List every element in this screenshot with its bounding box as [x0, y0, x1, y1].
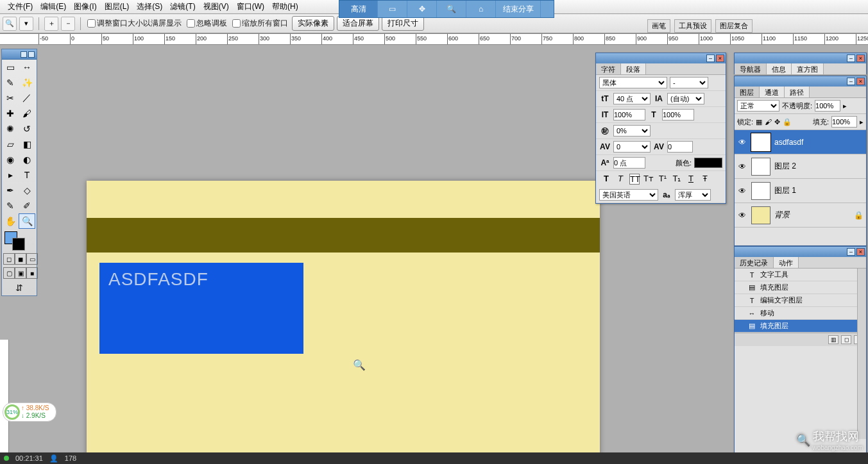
chevron-down-icon[interactable]: ▾ [19, 17, 33, 31]
layer-comps-panel-tab[interactable]: 图层复合 [715, 19, 753, 33]
layer-row[interactable]: 👁 图层 2 [735, 154, 866, 179]
screen-mode-1-icon[interactable]: ▢ [3, 267, 15, 279]
standard-mode-icon[interactable]: ◻ [3, 253, 15, 265]
close-icon[interactable]: × [856, 248, 865, 256]
menu-window[interactable]: 窗口(W) [233, 0, 268, 13]
visibility-icon[interactable]: 👁 [737, 162, 747, 171]
tab-character[interactable]: 字符 [596, 63, 621, 74]
layer-row[interactable]: 👁 背景 🔒 [735, 203, 866, 228]
crop-tool[interactable]: ✂ [2, 90, 19, 106]
notes-tool[interactable]: ✎ [2, 198, 19, 213]
jump-to-imageready-icon[interactable]: ⇵ [2, 280, 37, 295]
hand-tool[interactable]: ✋ [2, 213, 19, 229]
new-doc-from-state-icon[interactable]: ▥ [828, 335, 838, 344]
allcaps-button[interactable]: TT [629, 174, 640, 185]
tracking-select[interactable]: 0 [613, 141, 651, 153]
strike-button[interactable]: Ŧ [700, 174, 710, 185]
share-home-icon[interactable]: ⌂ [466, 1, 496, 17]
layer-name[interactable]: asdfasdf [774, 138, 803, 147]
underline-button[interactable]: T [686, 174, 696, 185]
italic-button[interactable]: T [615, 174, 625, 185]
share-zoom-icon[interactable]: 🔍 [437, 1, 466, 17]
minimize-icon[interactable]: – [847, 54, 855, 62]
layer-name[interactable]: 图层 1 [774, 185, 796, 196]
wand-tool[interactable]: ✨ [19, 75, 35, 90]
history-item[interactable]: T文字工具 [735, 269, 866, 281]
new-snapshot-icon[interactable]: ◻ [841, 335, 851, 344]
minimize-icon[interactable]: – [847, 248, 855, 256]
quickmask-mode-icon[interactable]: ◼ [15, 253, 26, 265]
fill-input[interactable] [831, 116, 857, 128]
history-item[interactable]: ▤填充图层 [735, 320, 866, 333]
menu-view[interactable]: 视图(V) [200, 0, 233, 13]
ignore-palettes-checkbox[interactable]: 忽略调板 [185, 18, 228, 29]
blur-tool[interactable]: ◉ [2, 152, 19, 167]
move-tool[interactable]: ↔ [19, 60, 35, 75]
brush-panel-tab[interactable]: 画笔 [647, 19, 670, 33]
screen-mode-icon[interactable]: ▭ [26, 253, 38, 265]
opacity-input[interactable] [815, 100, 840, 112]
close-icon[interactable]: × [856, 78, 865, 85]
document-canvas[interactable]: ASDFASDF [87, 181, 600, 452]
screen-mode-3-icon[interactable]: ■ [26, 267, 38, 279]
close-icon[interactable]: × [716, 54, 724, 62]
visibility-icon[interactable]: 👁 [737, 211, 747, 220]
zoom-out-icon[interactable]: － [61, 17, 75, 31]
eraser-tool[interactable]: ▱ [2, 137, 19, 152]
zoom-tool[interactable]: 🔍 [19, 213, 35, 229]
path-tool[interactable]: ▸ [2, 167, 19, 183]
baseline-pct-select[interactable]: 0% [613, 125, 651, 137]
font-size-select[interactable]: 40 点 [613, 93, 651, 104]
vscale-input[interactable] [613, 109, 645, 120]
menu-layer[interactable]: 图层(L) [101, 0, 133, 13]
hscale-input[interactable] [662, 109, 694, 120]
share-target-icon[interactable]: ✥ [407, 1, 437, 17]
lock-move-icon[interactable]: ✥ [774, 118, 780, 126]
tool-preset-icon[interactable]: 🔍 [3, 17, 17, 31]
text-color-swatch[interactable] [694, 158, 722, 168]
print-size-button[interactable]: 打印尺寸 [382, 16, 424, 31]
history-item[interactable]: T编辑文字图层 [735, 294, 866, 307]
blend-mode-select[interactable]: 正常 [737, 100, 779, 112]
brush-tool[interactable]: 🖌 [19, 106, 35, 121]
lock-trans-icon[interactable]: ▦ [756, 118, 762, 126]
eyedropper-tool[interactable]: ✐ [19, 198, 35, 213]
menu-edit[interactable]: 编辑(E) [37, 0, 70, 13]
layers-titlebar[interactable]: – × [735, 76, 866, 87]
tab-actions[interactable]: 动作 [774, 257, 799, 268]
slice-tool[interactable]: ／ [19, 90, 35, 106]
type-tool[interactable]: T [19, 167, 35, 183]
font-style-select[interactable]: - [670, 77, 708, 88]
zoom-in-icon[interactable]: ＋ [44, 17, 58, 31]
language-select[interactable]: 美国英语 [599, 189, 658, 201]
history-item[interactable]: ↔移动 [735, 307, 866, 320]
marquee-tool[interactable]: ▭ [2, 60, 19, 75]
character-panel-titlebar[interactable]: – × [596, 53, 726, 63]
resize-window-checkbox[interactable]: 调整窗口大小以满屏显示 [86, 18, 183, 29]
history-item[interactable]: ▤填充图层 [735, 281, 866, 294]
share-hd-button[interactable]: 高清 [339, 1, 378, 17]
share-end-button[interactable]: 结束分享 [496, 1, 541, 17]
minimize-icon[interactable]: – [706, 54, 715, 62]
minimize-icon[interactable] [21, 51, 27, 58]
lasso-tool[interactable]: ✎ [2, 75, 19, 90]
fit-screen-button[interactable]: 适合屏幕 [337, 16, 379, 31]
stamp-tool[interactable]: ✺ [2, 121, 19, 137]
tab-history[interactable]: 历史记录 [735, 257, 774, 268]
tab-histogram[interactable]: 直方图 [792, 63, 824, 74]
menu-image[interactable]: 图像(I) [70, 0, 100, 13]
pen-tool[interactable]: ✒ [2, 183, 19, 198]
screen-share-toolbar[interactable]: 高清 ▭ ✥ 🔍 ⌂ 结束分享 [339, 0, 554, 18]
actual-pixels-button[interactable]: 实际像素 [292, 16, 334, 31]
tab-paragraph[interactable]: 段落 [621, 63, 646, 74]
layer-name[interactable]: 背景 [774, 210, 790, 220]
lock-paint-icon[interactable]: 🖌 [765, 118, 772, 126]
visibility-icon[interactable]: 👁 [737, 186, 747, 195]
baseline-shift-input[interactable] [613, 157, 645, 169]
screen-mode-2-icon[interactable]: ▣ [15, 267, 26, 279]
gradient-tool[interactable]: ◧ [19, 137, 35, 152]
layer-name[interactable]: 图层 2 [774, 161, 796, 172]
leading-select[interactable]: (自动) [667, 93, 704, 104]
background-color[interactable] [12, 238, 25, 251]
tab-layers[interactable]: 图层 [735, 87, 760, 97]
